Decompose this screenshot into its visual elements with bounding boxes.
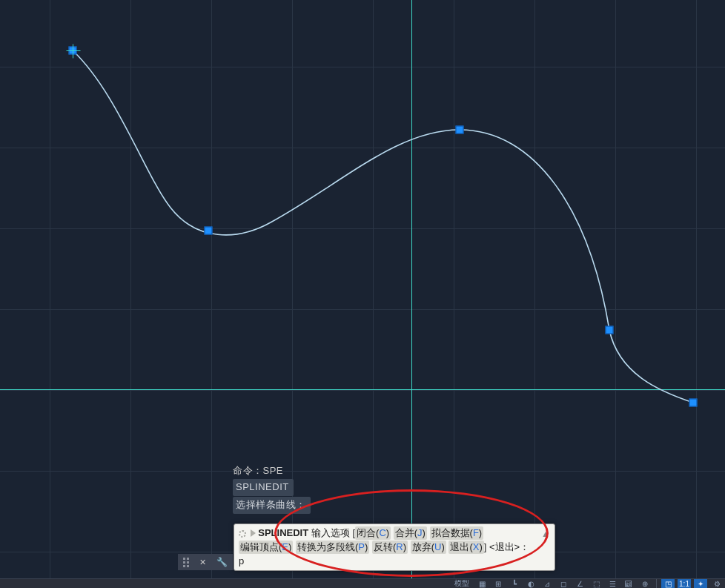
status-iso-button[interactable]: ⊿	[540, 579, 554, 589]
status-dyn-button[interactable]: ⊕	[638, 579, 652, 589]
history-cmd-expanded: SPLINEDIT	[233, 479, 294, 496]
status-polar-button[interactable]: ◐	[524, 579, 537, 589]
gear-icon	[239, 530, 246, 538]
drawing-canvas[interactable]	[0, 0, 725, 588]
status-ortho-button[interactable]: ┗	[508, 579, 521, 589]
status-osnap-button[interactable]: ◻	[557, 579, 570, 589]
command-option[interactable]: 退出(X)	[448, 541, 483, 554]
status-gear-button[interactable]: ⚙	[710, 579, 724, 589]
command-prompt-text: 输入选项	[311, 527, 350, 538]
history-line: 命令：SPE	[233, 463, 311, 478]
separator	[656, 579, 657, 588]
command-option[interactable]: 闭合(C)	[355, 526, 391, 540]
command-option[interactable]: 转换为多段线(P)	[296, 541, 369, 554]
status-model-button[interactable]: 模型	[451, 579, 472, 589]
history-prefix: 命令：	[233, 465, 263, 476]
command-history: 命令：SPE SPLINEDIT 选择样条曲线：	[233, 463, 311, 515]
customize-icon[interactable]: 🔧	[216, 557, 228, 567]
spline-grip[interactable]	[606, 326, 614, 334]
chevron-up-icon[interactable]: ▲	[541, 527, 550, 541]
status-grid-button[interactable]: ▦	[475, 579, 489, 589]
history-cmd: SPE	[263, 465, 284, 476]
history-prompt: 选择样条曲线：	[233, 497, 311, 514]
command-user-input[interactable]: p	[239, 555, 245, 566]
status-annoscale-button[interactable]: 1:1	[678, 579, 691, 589]
status-lwt-button[interactable]: ☰	[606, 579, 619, 589]
status-selection-button[interactable]: ◳	[661, 579, 675, 589]
command-option[interactable]: 合并(J)	[394, 526, 427, 540]
spline-grip[interactable]	[456, 126, 464, 134]
history-line: 选择样条曲线：	[233, 497, 311, 514]
command-option[interactable]: 编辑顶点(E)	[239, 541, 293, 554]
command-option[interactable]: 反转(R)	[372, 541, 408, 554]
status-3dosnap-button[interactable]: ⬚	[589, 579, 603, 589]
play-icon	[251, 529, 256, 537]
spline-grip[interactable]	[205, 227, 213, 235]
spline-curve[interactable]	[0, 0, 725, 588]
spline-grip[interactable]	[689, 399, 698, 407]
command-option[interactable]: 放弃(U)	[411, 541, 446, 554]
close-icon[interactable]: ✕	[199, 558, 206, 567]
bracket-close: ]	[484, 541, 487, 552]
command-option[interactable]: 拟合数据(F)	[430, 526, 484, 540]
history-line: SPLINEDIT	[233, 479, 311, 496]
command-name: SPLINEDIT	[258, 527, 308, 538]
status-snap-button[interactable]: ⊞	[491, 579, 505, 589]
spline-grip[interactable]	[69, 47, 77, 55]
status-wrench-button[interactable]: ✦	[694, 579, 707, 589]
drag-grip-icon[interactable]	[183, 558, 189, 567]
command-line[interactable]: SPLINEDIT 输入选项 [闭合(C) 合并(J) 拟合数据(F) 编辑顶点…	[234, 523, 555, 571]
command-default: <退出>：	[489, 541, 529, 552]
status-ratio: 1:1	[679, 580, 689, 588]
command-line-handle[interactable]: ✕ 🔧	[178, 554, 233, 570]
status-bar: 模型 ▦ ⊞ ┗ ◐ ⊿ ◻ ∠ ⬚ ☰ 🗟 ⊕ ◳ 1:1 ✦ ⚙	[0, 578, 725, 588]
status-tpy-button[interactable]: 🗟	[622, 579, 635, 589]
status-angle-button[interactable]: ∠	[573, 579, 586, 589]
